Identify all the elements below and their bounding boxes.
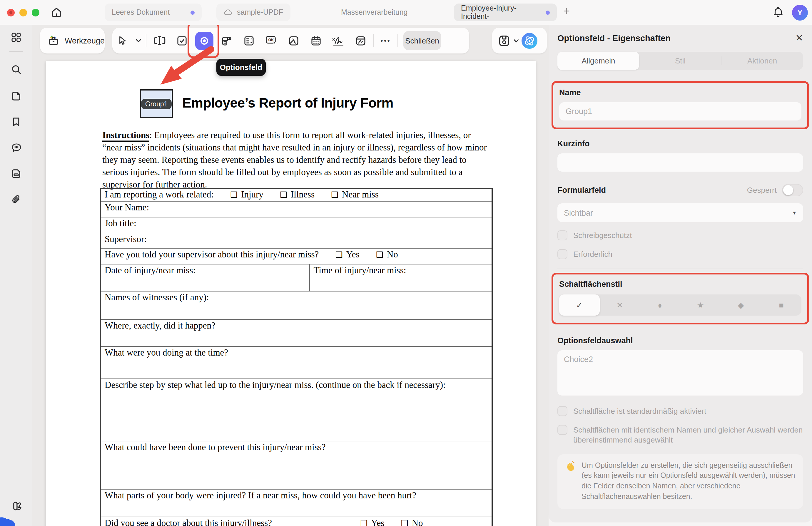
tab-employee-injury-incident[interactable]: Employee-Injury-Incident- — [454, 3, 557, 21]
save-icon[interactable] — [497, 34, 511, 47]
text-field-tool[interactable] — [148, 29, 171, 52]
tab-stil[interactable]: Stil — [639, 52, 722, 70]
search-icon[interactable] — [10, 63, 22, 76]
more-tools-button[interactable]: ••• — [376, 29, 396, 52]
button-style-option-3[interactable]: ★ — [680, 294, 721, 316]
combo-box-tool[interactable] — [215, 29, 237, 52]
date-field-tool[interactable] — [305, 29, 327, 52]
table-row: Did you see a doctor about this injury/i… — [101, 516, 492, 526]
panel-divider — [557, 268, 803, 269]
swatches-icon[interactable] — [10, 499, 23, 512]
tooltip-optionsfeld: Optionsfeld — [216, 59, 266, 76]
auswahl-input[interactable]: Choice2 — [557, 350, 803, 396]
doc-checkbox-option: ❑Injury — [230, 189, 263, 199]
close-form-mode-button[interactable]: Schließen — [403, 31, 441, 50]
table-row: Have you told your supervisor about this… — [101, 248, 492, 264]
tools-button[interactable]: Werkzeuge — [40, 28, 105, 54]
tools-button-label: Werkzeuge — [65, 36, 105, 45]
panel-close-icon[interactable]: ✕ — [795, 32, 803, 43]
checkbox-erforderlich[interactable]: Erforderlich — [557, 249, 803, 259]
tab-sample-updf[interactable]: sample-UPDF — [216, 3, 290, 21]
digital-signature-tool[interactable] — [349, 29, 372, 52]
kurzinfo-input[interactable] — [557, 154, 803, 172]
checkbox-match-selection[interactable]: Schaltflächen mit identischem Namen und … — [557, 425, 803, 445]
table-row: Job title: — [101, 217, 492, 233]
home-icon[interactable] — [50, 6, 62, 18]
image-field-tool[interactable] — [282, 29, 305, 52]
comments-icon[interactable] — [10, 142, 23, 154]
checkbox-box — [557, 230, 567, 240]
kurzinfo-label: Kurzinfo — [557, 139, 803, 148]
button-style-segmented-control: ✓✕●★◆■ — [559, 294, 801, 316]
table-cell: Your Name: — [101, 202, 492, 217]
more-dots: ••• — [380, 37, 391, 44]
radio-group-field[interactable]: Group1 — [140, 89, 173, 118]
form-toolbar: OK ••• Schließen — [112, 28, 469, 54]
tab-massenverarbeitung[interactable]: Massenverarbeitung — [334, 3, 415, 21]
tab-leeres-dokument[interactable]: Leeres Dokument — [105, 3, 201, 21]
checkbox-box — [557, 425, 567, 435]
form-fields-icon[interactable] — [10, 167, 22, 180]
sidebar-divider — [10, 51, 23, 52]
panel-tab-bar: Allgemein Stil Aktionen — [557, 52, 803, 70]
table-cell: What parts of your body were injured? If… — [101, 490, 492, 516]
button-style-option-5[interactable]: ■ — [761, 294, 801, 316]
doc-checkbox-option: ❑No — [401, 518, 423, 526]
document-title: Employee’s Report of Injury Form — [182, 95, 393, 111]
minimize-window-button[interactable] — [19, 9, 27, 16]
table-row: Supervisor: — [101, 233, 492, 248]
floating-widget[interactable] — [0, 516, 17, 526]
checkbox-schreibgeschuetzt[interactable]: Schreibgeschützt — [557, 230, 803, 241]
field-name-badge: Group1 — [141, 99, 172, 109]
doc-checkbox-glyph: ❑ — [331, 190, 338, 199]
table-cell: Where, exactly, did it happen? — [101, 320, 492, 346]
select-cursor-tool[interactable] — [112, 29, 132, 52]
close-window-button[interactable] — [7, 9, 15, 16]
tab-allgemein[interactable]: Allgemein — [557, 52, 639, 70]
document-instructions: Instructions: Employees are required to … — [102, 129, 488, 191]
checkbox-default-active[interactable]: Schaltfläche ist standardmäßig aktiviert — [557, 406, 803, 417]
button-style-option-2[interactable]: ● — [643, 293, 677, 317]
table-cell: Names of witnesses (if any): — [101, 292, 492, 319]
properties-panel: Optionsfeld - Eigenschaften ✕ Allgemein … — [549, 25, 812, 523]
new-tab-button[interactable]: + — [563, 5, 570, 18]
bookmarks-icon[interactable] — [10, 116, 22, 128]
table-row: Your Name: — [101, 201, 492, 217]
doc-checkbox-option: ❑Illness — [280, 189, 315, 199]
button-style-label: Schaltflächenstil — [559, 280, 801, 289]
visibility-select[interactable]: Sichtbar ▼ — [557, 203, 803, 222]
tab-label: Leeres Dokument — [112, 8, 170, 16]
button-style-option-4[interactable]: ◆ — [721, 294, 761, 316]
avatar[interactable]: Y — [792, 5, 808, 20]
push-button-tool[interactable]: OK — [260, 29, 282, 52]
list-box-tool[interactable] — [237, 29, 260, 52]
table-cell: What could have been done to prevent thi… — [101, 441, 492, 489]
name-input[interactable] — [559, 102, 801, 120]
table-cell: Date of injury/near miss: — [101, 264, 310, 291]
info-note-text: Um Optionsfelder zu erstellen, die sich … — [581, 461, 796, 502]
doc-checkbox-glyph: ❑ — [401, 518, 408, 526]
tab-aktionen[interactable]: Aktionen — [721, 52, 803, 70]
thumbnails-grid-icon[interactable] — [10, 31, 22, 43]
zoom-window-button[interactable] — [32, 9, 39, 16]
table-row: What could have been done to prevent thi… — [101, 441, 492, 489]
notifications-bell-icon[interactable] — [772, 6, 784, 18]
attachments-paperclip-icon[interactable] — [10, 193, 22, 206]
radio-button-tool-icon — [195, 31, 213, 50]
button-style-option-0[interactable]: ✓ — [559, 294, 599, 316]
toolbar-divider — [397, 34, 398, 47]
checkbox-box — [557, 249, 567, 259]
ai-assistant-icon[interactable] — [522, 33, 537, 48]
button-style-option-1[interactable]: ✕ — [599, 294, 640, 316]
cursor-dropdown-chevron-icon[interactable] — [132, 29, 144, 52]
left-sidebar — [0, 25, 32, 526]
radio-button-tool[interactable] — [193, 29, 215, 52]
doc-checkbox-glyph: ❑ — [360, 518, 367, 526]
pages-icon[interactable] — [10, 90, 22, 102]
checkbox-tool[interactable] — [171, 29, 193, 52]
gesperrt-toggle[interactable] — [782, 184, 803, 196]
tool-caret — [202, 54, 206, 56]
doc-checkbox-option: ❑Near miss — [331, 189, 379, 199]
save-dropdown-chevron-icon[interactable] — [513, 39, 519, 43]
signature-field-tool[interactable] — [327, 29, 349, 52]
